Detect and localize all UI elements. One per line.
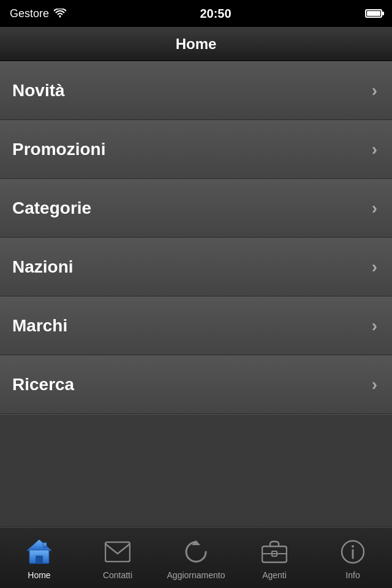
menu-item-nazioni-label: Nazioni — [12, 257, 74, 277]
tab-aggiornamento[interactable]: Aggiornamento — [157, 527, 235, 588]
menu-item-novita[interactable]: Novità › — [0, 61, 392, 120]
tab-agenti-label: Agenti — [262, 570, 287, 580]
menu-item-promozioni-label: Promozioni — [12, 140, 105, 159]
tab-aggiornamento-label: Aggiornamento — [167, 570, 225, 580]
tab-contatti-label: Contatti — [103, 570, 132, 580]
wifi-icon — [54, 9, 66, 18]
svg-point-0 — [59, 16, 61, 18]
tab-home-label: Home — [28, 570, 50, 580]
menu-item-ricerca-label: Ricerca — [12, 375, 74, 394]
svg-rect-3 — [36, 556, 43, 564]
status-bar: Gestore 20:50 — [0, 0, 392, 27]
menu-item-categorie-label: Categorie — [12, 198, 91, 218]
menu-item-nazioni[interactable]: Nazioni › — [0, 238, 392, 296]
mail-icon — [102, 536, 134, 568]
tab-info-label: Info — [345, 570, 360, 580]
chevron-right-icon: › — [372, 257, 377, 277]
status-right — [365, 9, 382, 18]
tab-agenti[interactable]: Agenti — [235, 527, 314, 588]
menu-list: Novità › Promozioni › Categorie › Nazion… — [0, 61, 392, 414]
status-left: Gestore — [10, 7, 66, 20]
chevron-right-icon: › — [372, 316, 377, 336]
chevron-right-icon: › — [372, 198, 377, 218]
svg-marker-1 — [27, 540, 51, 551]
empty-space — [0, 414, 392, 527]
menu-item-promozioni[interactable]: Promozioni › — [0, 120, 392, 179]
tab-contatti[interactable]: Contatti — [78, 527, 157, 588]
nav-bar: Home — [0, 27, 392, 61]
tab-home[interactable]: Home — [0, 527, 78, 588]
tab-bar: Home Contatti Aggiornamento — [0, 527, 392, 588]
svg-rect-7 — [105, 542, 130, 562]
svg-point-14 — [352, 545, 354, 548]
briefcase-icon — [258, 536, 290, 568]
chevron-right-icon: › — [372, 140, 377, 159]
menu-item-categorie[interactable]: Categorie › — [0, 179, 392, 238]
carrier-label: Gestore — [10, 7, 49, 20]
menu-item-marchi-label: Marchi — [12, 316, 67, 336]
tab-info[interactable]: Info — [314, 527, 392, 588]
refresh-icon — [180, 536, 212, 568]
info-icon — [337, 536, 369, 568]
menu-item-ricerca[interactable]: Ricerca › — [0, 355, 392, 414]
battery-icon — [365, 9, 382, 18]
home-icon — [23, 536, 55, 568]
menu-item-marchi[interactable]: Marchi › — [0, 296, 392, 355]
menu-item-novita-label: Novità — [12, 81, 65, 100]
status-time: 20:50 — [200, 7, 231, 21]
svg-rect-4 — [43, 543, 47, 548]
chevron-right-icon: › — [372, 375, 377, 394]
chevron-right-icon: › — [372, 81, 377, 100]
page-title: Home — [176, 36, 217, 53]
content-area: Novità › Promozioni › Categorie › Nazion… — [0, 61, 392, 527]
